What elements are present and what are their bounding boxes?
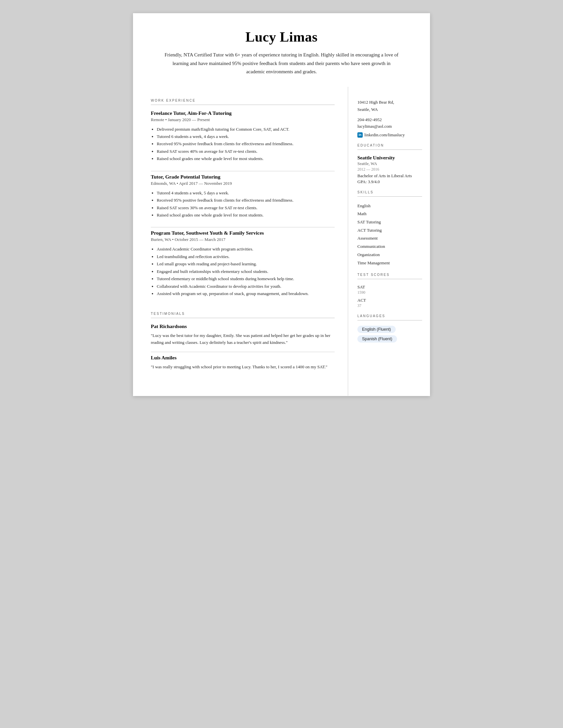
bullet: Led small groups with reading and projec… <box>157 260 335 267</box>
language-badge-1: Spanish (Fluent) <box>357 335 397 343</box>
test-sat-value: 1590 <box>357 290 422 295</box>
testimonial-1: Pat Richardsons "Lucy was the best tutor… <box>151 323 335 352</box>
bullet: Tutored 4 students a week, 5 days a week… <box>157 189 335 196</box>
skill-item: Communication <box>357 243 422 251</box>
job-block-2: Tutor, Grade Potential Tutoring Edmonds,… <box>151 174 335 228</box>
job-bullets-1: Delivered premium math/English tutoring … <box>157 126 335 162</box>
job-meta-2: Edmonds, WA • April 2017 — November 2019 <box>151 181 335 186</box>
testimonial-text-2: "I was really struggling with school pri… <box>151 363 335 370</box>
language-badge-0: English (Fluent) <box>357 326 396 333</box>
bullet: Tutored 6 students a week, 4 days a week… <box>157 133 335 140</box>
bullet: Led teambuilding and reflection activiti… <box>157 253 335 260</box>
contact-section: 10412 High Bear Rd, Seattle, WA 204-492-… <box>357 99 422 138</box>
testimonials-label: TESTIMONIALS <box>151 312 335 315</box>
candidate-name: Lucy Limas <box>159 29 404 45</box>
test-scores-divider <box>357 279 422 279</box>
work-experience-section: WORK EXPERIENCE Freelance Tutor, Aim-For… <box>151 99 335 306</box>
skills-label: SKILLS <box>357 190 422 194</box>
testimonial-name-1: Pat Richardsons <box>151 323 335 329</box>
education-section: EDUCATION Seattle University Seattle, WA… <box>357 144 422 184</box>
bullet: Engaged and built relationships with ele… <box>157 268 335 275</box>
bullet: Assisted Academic Coordinator with progr… <box>157 246 335 252</box>
main-column: WORK EXPERIENCE Freelance Tutor, Aim-For… <box>133 87 348 396</box>
edu-school: Seattle University <box>357 155 422 161</box>
bullet: Raised school grades one whole grade lev… <box>157 212 335 218</box>
email: lucylimas@aol.com <box>357 124 422 129</box>
job-bullets-2: Tutored 4 students a week, 5 days a week… <box>157 189 335 219</box>
languages-section: LANGUAGES English (Fluent) Spanish (Flue… <box>357 314 422 345</box>
edu-location: Seattle, WA <box>357 161 422 166</box>
job-block-3: Program Tutor, Southwest Youth & Family … <box>151 230 335 306</box>
languages-label: LANGUAGES <box>357 314 422 318</box>
job-meta-1: Remote • January 2020 — Present <box>151 117 335 122</box>
side-column: 10412 High Bear Rd, Seattle, WA 204-492-… <box>348 87 430 396</box>
test-scores-label: TEST SCORES <box>357 273 422 277</box>
job-title-1: Freelance Tutor, Aim-For-A Tutoring <box>151 110 335 116</box>
languages-divider <box>357 320 422 320</box>
job-title-2: Tutor, Grade Potential Tutoring <box>151 174 335 180</box>
skills-divider <box>357 196 422 197</box>
test-scores-section: TEST SCORES SAT 1590 ACT 37 <box>357 273 422 308</box>
skill-item: ACT Tutoring <box>357 226 422 235</box>
skills-section: SKILLS English Math SAT Tutoring ACT Tut… <box>357 190 422 267</box>
testimonials-divider <box>151 318 335 318</box>
skill-item: Time Management <box>357 259 422 267</box>
job-bullets-3: Assisted Academic Coordinator with progr… <box>157 246 335 297</box>
skill-item: English <box>357 202 422 210</box>
bullet: Received 95% positive feedback from clie… <box>157 140 335 147</box>
linkedin-icon: in <box>357 132 363 138</box>
test-sat-label: SAT <box>357 284 422 290</box>
education-label: EDUCATION <box>357 144 422 147</box>
testimonial-text-1: "Lucy was the best tutor for my daughter… <box>151 332 335 346</box>
job-meta-3: Burien, WA • October 2015 — March 2017 <box>151 237 335 242</box>
resume: Lucy Limas Friendly, NTA Certified Tutor… <box>133 13 430 396</box>
linkedin-row: in linkedin.com/limaslucy <box>357 132 422 138</box>
header: Lucy Limas Friendly, NTA Certified Tutor… <box>133 13 430 87</box>
address: 10412 High Bear Rd, Seattle, WA <box>357 99 422 113</box>
job-title-3: Program Tutor, Southwest Youth & Family … <box>151 230 335 236</box>
linkedin-url: linkedin.com/limaslucy <box>364 132 405 138</box>
skill-item: Math <box>357 210 422 218</box>
testimonial-name-2: Luis Amiles <box>151 355 335 361</box>
languages-badges: English (Fluent) Spanish (Fluent) <box>357 326 422 345</box>
testimonial-2: Luis Amiles "I was really struggling wit… <box>151 355 335 376</box>
edu-years: 2012 — 2016 <box>357 167 422 172</box>
edu-gpa: GPA: 3.9/4.0 <box>357 179 422 184</box>
body-row: WORK EXPERIENCE Freelance Tutor, Aim-For… <box>133 87 430 396</box>
work-divider <box>151 105 335 105</box>
phone: 204-492-4952 <box>357 117 422 122</box>
edu-degree: Bachelor of Arts in Liberal Arts <box>357 173 422 179</box>
bullet: Raised school grades one whole grade lev… <box>157 155 335 162</box>
skill-item: SAT Tutoring <box>357 218 422 226</box>
bullet: Tutored elementary or middle/high school… <box>157 275 335 282</box>
job-block-1: Freelance Tutor, Aim-For-A Tutoring Remo… <box>151 110 335 171</box>
bullet: Delivered premium math/English tutoring … <box>157 126 335 133</box>
bullet: Raised SAT scores 40% on average for SAT… <box>157 148 335 155</box>
skills-list: English Math SAT Tutoring ACT Tutoring A… <box>357 202 422 267</box>
bullet: Received 95% positive feedback from clie… <box>157 197 335 204</box>
bullet: Raised SAT scores 30% on average for SAT… <box>157 204 335 211</box>
bullet: Collaborated with Academic Coordinator t… <box>157 283 335 290</box>
test-act-label: ACT <box>357 298 422 303</box>
bullet: Assisted with program set up, preparatio… <box>157 290 335 297</box>
skill-item: Assessment <box>357 234 422 243</box>
work-experience-label: WORK EXPERIENCE <box>151 99 335 102</box>
candidate-summary: Friendly, NTA Certified Tutor with 6+ ye… <box>163 51 400 76</box>
skill-item: Organization <box>357 251 422 259</box>
testimonials-section: TESTIMONIALS Pat Richardsons "Lucy was t… <box>151 312 335 377</box>
test-act-value: 37 <box>357 303 422 308</box>
education-divider <box>357 149 422 150</box>
